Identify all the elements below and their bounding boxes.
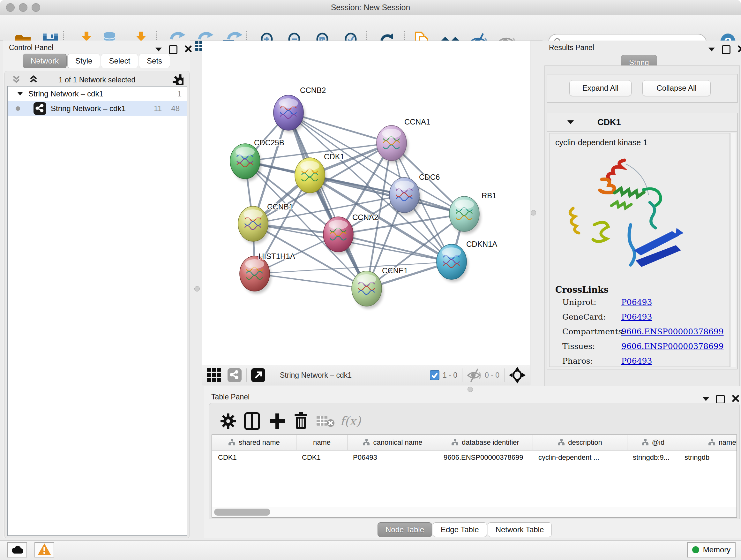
table-scrollbar-thumb[interactable] — [214, 509, 270, 516]
network-node[interactable]: CCNB2 — [273, 86, 326, 133]
network-status-dot — [16, 106, 20, 111]
table-cell[interactable]: CDK1 — [296, 450, 347, 464]
column-header-database-identifier[interactable]: database identifier — [438, 435, 533, 450]
vertical-splitter-handle[interactable] — [531, 210, 536, 215]
network-collection-row[interactable]: String Network – cdk1 1 — [8, 86, 187, 101]
collapse-all-button[interactable]: Collapse All — [643, 80, 711, 96]
column-header-shared-name[interactable]: shared name — [212, 435, 296, 450]
network-graph[interactable]: CCNB2 CCNA1 CDC25B CDK1 CDC6 RB1 CCNB1 C… — [202, 41, 530, 365]
panel-close-icon[interactable] — [185, 45, 192, 54]
column-header-label: name — [313, 438, 331, 447]
results-panel: Results Panel String Expand All Collapse… — [542, 41, 741, 386]
table-cell[interactable]: CDK1 — [212, 450, 296, 464]
grid-view-icon[interactable] — [207, 368, 222, 382]
table-panel: Table Panel f(x) shared namenamecanonica… — [204, 386, 741, 538]
node-label: CCNE1 — [382, 266, 408, 275]
table-cell[interactable]: 9606.ENSP00000378699 — [438, 450, 533, 464]
memory-label: Memory — [703, 545, 731, 554]
tab-network[interactable]: Network — [23, 54, 67, 68]
node-label: RB1 — [482, 191, 496, 200]
column-header-name[interactable]: name — [296, 435, 347, 450]
column-header-label: description — [568, 438, 602, 447]
network-badge-gray-icon[interactable] — [227, 368, 242, 382]
table-horizontal-scrollbar[interactable] — [212, 507, 737, 517]
panel-menu-icon[interactable] — [155, 48, 162, 51]
entry-collapse-icon[interactable] — [567, 120, 574, 124]
panel-float-icon[interactable] — [716, 395, 725, 403]
crosslink-row: Pharos:P06493 — [562, 356, 728, 366]
panel-menu-icon[interactable] — [709, 48, 715, 51]
node-label: CCNB1 — [267, 202, 293, 211]
delete-column-icon[interactable] — [291, 411, 312, 431]
selected-checkbox-icon[interactable] — [430, 370, 440, 380]
gear-icon[interactable] — [218, 411, 239, 431]
node-label: CCNA2 — [352, 213, 378, 222]
warning-icon — [37, 543, 51, 557]
crosslink-label: Compartments: — [562, 327, 621, 336]
node-table[interactable]: shared namenamecanonical namedatabase id… — [212, 435, 737, 517]
network-node[interactable]: RB1 — [449, 191, 496, 234]
table-cell[interactable]: stringdb:9... — [627, 450, 679, 464]
crosslink-row: Tissues:9606.ENSP00000378699 — [562, 341, 728, 351]
birdseye-crosshair-icon[interactable] — [509, 367, 526, 383]
network-node[interactable]: CDK1 — [295, 152, 344, 195]
gene-entry-box: CDK1 cyclin-dependent kinase 1 CrossLink… — [547, 113, 738, 369]
node-label: CCNA1 — [404, 118, 430, 126]
crosslink-link[interactable]: P06493 — [621, 298, 652, 307]
tab-select[interactable]: Select — [101, 54, 138, 68]
column-header-label: @id — [652, 438, 664, 447]
network-canvas[interactable]: CCNB2 CCNA1 CDC25B CDK1 CDC6 RB1 CCNB1 C… — [202, 41, 530, 366]
crosslink-link[interactable]: P06493 — [621, 312, 652, 321]
column-header-description[interactable]: description — [533, 435, 627, 450]
panel-close-icon[interactable] — [732, 395, 739, 403]
tab-style[interactable]: Style — [67, 54, 100, 68]
network-options-gear-icon[interactable] — [172, 73, 184, 86]
collection-collapse-icon[interactable] — [17, 92, 23, 96]
panel-float-icon[interactable] — [722, 45, 731, 54]
tab-edge-table[interactable]: Edge Table — [433, 522, 487, 537]
network-node[interactable]: CCNB1 — [238, 202, 293, 244]
add-column-icon[interactable] — [267, 411, 287, 431]
panel-menu-icon[interactable] — [703, 397, 709, 401]
panel-close-icon[interactable] — [738, 45, 741, 54]
crosslink-link[interactable]: P06493 — [621, 356, 652, 366]
tab-node-table[interactable]: Node Table — [378, 522, 432, 537]
network-node[interactable]: CDKN1A — [436, 240, 497, 282]
panel-float-icon[interactable] — [169, 45, 178, 54]
hidden-eye-icon[interactable] — [467, 368, 482, 382]
column-header-namespace[interactable]: namespace — [679, 435, 737, 450]
horizontal-splitter-handle[interactable] — [468, 387, 473, 392]
network-node[interactable]: HIST1H1A — [240, 252, 295, 294]
column-header-canonical-name[interactable]: canonical name — [347, 435, 438, 450]
network-node-count: 11 — [154, 104, 162, 113]
column-header--id[interactable]: @id — [627, 435, 679, 450]
network-row[interactable]: String Network – cdk1 11 48 — [8, 101, 187, 116]
network-node[interactable]: CCNA1 — [377, 118, 430, 163]
network-node[interactable]: CDC25B — [230, 138, 284, 181]
network-node[interactable]: CCNE1 — [352, 266, 408, 309]
network-node[interactable]: CCNA2 — [323, 213, 378, 254]
columns-icon[interactable] — [242, 411, 263, 431]
protein-structure-image — [563, 154, 685, 280]
crosslink-link[interactable]: 9606.ENSP00000378699 — [621, 327, 724, 336]
open-in-window-icon[interactable] — [251, 368, 265, 382]
expand-all-button[interactable]: Expand All — [569, 80, 631, 96]
crosslink-label: Tissues: — [562, 341, 621, 351]
table-cell[interactable]: stringdb — [679, 450, 737, 464]
table-cell[interactable]: P06493 — [347, 450, 438, 464]
table-cell[interactable]: cyclin-dependent ... — [533, 450, 627, 464]
tree-icon — [452, 439, 459, 446]
window-title: Session: New Session — [0, 3, 741, 12]
tab-network-table[interactable]: Network Table — [488, 522, 552, 537]
application-window: Session: New Session ? Control Panel Net… — [0, 0, 741, 560]
network-node[interactable]: CDC6 — [389, 173, 440, 215]
tab-sets[interactable]: Sets — [139, 54, 170, 68]
memory-button[interactable]: Memory — [687, 542, 736, 557]
warnings-button[interactable] — [35, 542, 54, 557]
cloud-button[interactable] — [7, 542, 27, 557]
crosslink-link[interactable]: 9606.ENSP00000378699 — [621, 341, 724, 351]
results-vertical-scrollbar[interactable] — [730, 133, 736, 367]
vertical-splitter-handle[interactable] — [194, 286, 200, 292]
function-builder-icon: f(x) — [340, 411, 360, 431]
column-header-label: canonical name — [373, 438, 422, 447]
